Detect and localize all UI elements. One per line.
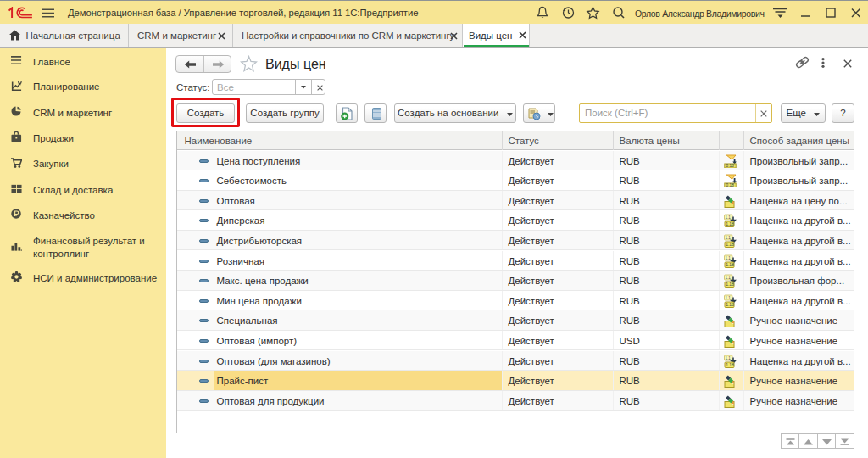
svg-text:1.18: 1.18 <box>726 302 734 307</box>
svg-text:1.18: 1.18 <box>726 362 734 367</box>
svg-text:0.18: 0.18 <box>726 183 734 187</box>
svg-text:1.1: 1.1 <box>725 215 731 220</box>
svg-text:1.18: 1.18 <box>726 282 734 287</box>
svg-text:1.1: 1.1 <box>725 236 731 240</box>
svg-text:1.1: 1.1 <box>725 296 731 300</box>
svg-text:1.1: 1.1 <box>725 356 731 360</box>
svg-text:1.1: 1.1 <box>725 256 731 260</box>
svg-text:1.18: 1.18 <box>726 262 734 267</box>
svg-text:0.18: 0.18 <box>726 164 734 168</box>
svg-text:1.18: 1.18 <box>726 221 734 226</box>
svg-text:1.18: 1.18 <box>726 242 734 247</box>
svg-text:1.1: 1.1 <box>725 276 731 280</box>
